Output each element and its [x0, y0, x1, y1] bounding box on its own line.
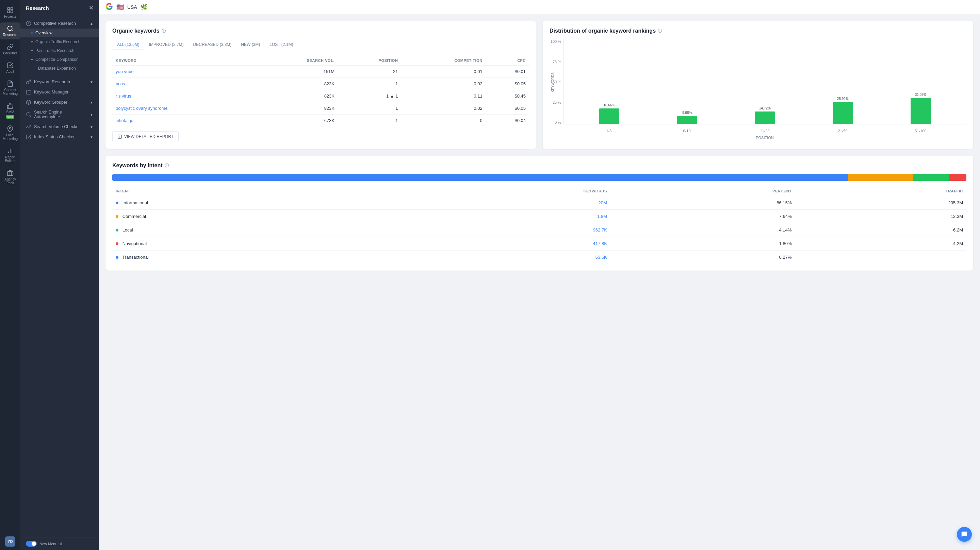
col-cpc: CPC [486, 56, 529, 66]
keyword-cell[interactable]: pcos [112, 78, 255, 90]
chevron-icon: ▼ [90, 80, 93, 84]
tab-new[interactable]: NEW (3M) [236, 40, 265, 50]
keyword-cell[interactable]: r s virus [112, 90, 255, 102]
keywords-count-link[interactable]: 962.7K [593, 227, 607, 233]
user-avatar[interactable]: YD [5, 536, 15, 547]
sidebar-item-overview[interactable]: Overview [21, 29, 99, 37]
sidebar-item-keyword-manager[interactable]: Keyword Manager [21, 87, 99, 97]
tab-decreased[interactable]: DECREASED (3.3M) [189, 40, 237, 50]
country-label[interactable]: USA [127, 5, 137, 10]
smm-badge: Beta [6, 115, 14, 119]
keyword-link[interactable]: pcos [116, 81, 125, 86]
col-intent: INTENT [112, 186, 395, 196]
tab-all[interactable]: ALL (13.5M) [112, 40, 144, 50]
keyword-link[interactable]: r s virus [116, 94, 131, 98]
nav-item-audit[interactable]: Audit [0, 59, 21, 76]
sidebar-item-database-expansion[interactable]: Database Expansion [21, 64, 99, 73]
organic-keywords-card: Organic keywords ⓘ ALL (13.5M)IMPROVED (… [105, 21, 536, 149]
top-row: Organic keywords ⓘ ALL (13.5M)IMPROVED (… [105, 21, 973, 149]
keyword-cell[interactable]: you vube [112, 66, 255, 78]
keywords-count-link[interactable]: 63.6K [595, 255, 607, 260]
traffic-cell: 205.3M [795, 196, 966, 210]
dot-icon [31, 59, 33, 60]
toggle-switch-control[interactable] [26, 541, 37, 547]
sidebar-item-competitor-comparison[interactable]: Competitor Comparison [21, 55, 99, 64]
info-icon[interactable]: ⓘ [162, 28, 166, 34]
google-logo[interactable] [105, 3, 113, 11]
keyword-link[interactable]: you vube [116, 69, 134, 74]
nav-item-content-marketing[interactable]: Content Marketing [0, 78, 21, 98]
bar-rect [677, 116, 697, 124]
keywords-table: KEYWORD SEARCH VOL. POSITION COMPETITION… [112, 56, 529, 127]
nav-item-report-builder[interactable]: Report Builder [0, 145, 21, 166]
intent-label: Navigational [123, 241, 147, 246]
sidebar-item-search-volume-checker[interactable]: Search Volume Checker ▼ [21, 122, 99, 132]
chart-bars: 18.66% 9.68% 14.72% 25.92% 31.02% [563, 40, 966, 124]
keyword-tabs: ALL (13.5M)IMPROVED (2.7M)DECREASED (3.3… [112, 40, 529, 50]
bar-group-21-50: 25.92% [804, 40, 882, 124]
col-position: POSITION [338, 56, 401, 66]
nav-item-backlinks[interactable]: Backlinks [0, 41, 21, 58]
sidebar-item-search-autocomplete[interactable]: Search Engine Autocomplete ▼ [21, 108, 99, 122]
keyword-link[interactable]: polycystic ovary syndrome [116, 106, 167, 111]
folder-icon [26, 89, 31, 95]
search-vol-cell: 823K [255, 90, 338, 102]
traffic-cell: 12.3M [795, 210, 966, 223]
bar-group-1-5: 18.66% [570, 40, 648, 124]
keywords-count-cell: 20M [395, 196, 610, 210]
main-content: 🇺🇸 USA 🌿 Organic keywords ⓘ ALL (13.5M)I… [99, 0, 980, 550]
chevron-icon: ▼ [90, 135, 93, 139]
percent-cell: 0.27% [611, 250, 795, 264]
info-icon[interactable]: ⓘ [658, 28, 662, 34]
traffic-cell: 6.2M [795, 223, 966, 237]
sidebar-item-keyword-research[interactable]: Keyword Research ▼ [21, 77, 99, 87]
x-label-1-5: 1-5 [570, 129, 648, 133]
sidebar-item-competitive-research[interactable]: Competitive Research ▲ [21, 18, 99, 29]
col-keywords: KEYWORDS [395, 186, 610, 196]
svg-rect-0 [8, 8, 10, 10]
keywords-count-link[interactable]: 417.8K [593, 241, 607, 246]
sidebar-item-paid-traffic[interactable]: Paid Traffic Research [21, 46, 99, 55]
keyword-cell[interactable]: polycystic ovary syndrome [112, 102, 255, 114]
x-label-11-20: 11-20 [726, 129, 804, 133]
keywords-count-cell: 1.8M [395, 210, 610, 223]
nav-item-smm[interactable]: SMM Beta [0, 100, 21, 121]
keyword-cell[interactable]: infintaigo [112, 114, 255, 127]
bar-rect [755, 111, 775, 124]
position-cell: 21 [338, 66, 401, 78]
intent-cell: Transactional [112, 250, 395, 264]
svg-rect-2 [8, 11, 10, 13]
nav-bottom: YD [5, 536, 15, 547]
info-icon[interactable]: ⓘ [165, 163, 169, 169]
thumbs-up-icon [7, 102, 14, 109]
x-axis-title: POSITION [563, 136, 966, 140]
sidebar-item-keyword-grouper[interactable]: Keyword Grouper ▼ [21, 97, 99, 108]
nav-item-projects[interactable]: Projects [0, 4, 21, 21]
svg-point-16 [27, 113, 30, 116]
nav-item-research[interactable]: Research [0, 22, 21, 40]
tab-lost[interactable]: LOST (2.1M) [265, 40, 298, 50]
keywords-count-link[interactable]: 1.8M [597, 214, 607, 219]
keyword-link[interactable]: infintaigo [116, 118, 134, 123]
y-axis-title: KEYWORDS [551, 72, 555, 92]
sidebar: Research ✕ Competitive Research ▲ Overvi… [21, 0, 99, 550]
svg-rect-11 [8, 172, 13, 176]
tab-improved[interactable]: IMPROVED (2.7M) [144, 40, 189, 50]
keywords-count-link[interactable]: 20M [598, 200, 607, 205]
percent-cell: 4.14% [611, 223, 795, 237]
key-icon [26, 79, 31, 85]
intent-cell: Commercial [112, 210, 395, 223]
search-vol-cell: 823K [255, 102, 338, 114]
cpc-cell: $0.05 [486, 78, 529, 90]
nav-item-agency-pack[interactable]: Agency Pack [0, 167, 21, 188]
dot-icon [31, 50, 33, 51]
new-menu-ui-toggle[interactable]: New Menu UI [21, 537, 99, 550]
google-icon [105, 3, 113, 10]
table-row: infintaigo 673K 1 0 $0.04 [112, 114, 529, 127]
chat-button[interactable] [957, 527, 972, 542]
sidebar-item-index-status-checker[interactable]: Index Status Checker ▼ [21, 132, 99, 142]
nav-item-local-marketing[interactable]: Local Marketing [0, 123, 21, 143]
sidebar-close-button[interactable]: ✕ [89, 5, 93, 11]
view-detailed-report-button[interactable]: VIEW DETAILED REPORT [112, 131, 179, 142]
sidebar-item-organic-traffic[interactable]: Organic Traffic Research [21, 37, 99, 46]
